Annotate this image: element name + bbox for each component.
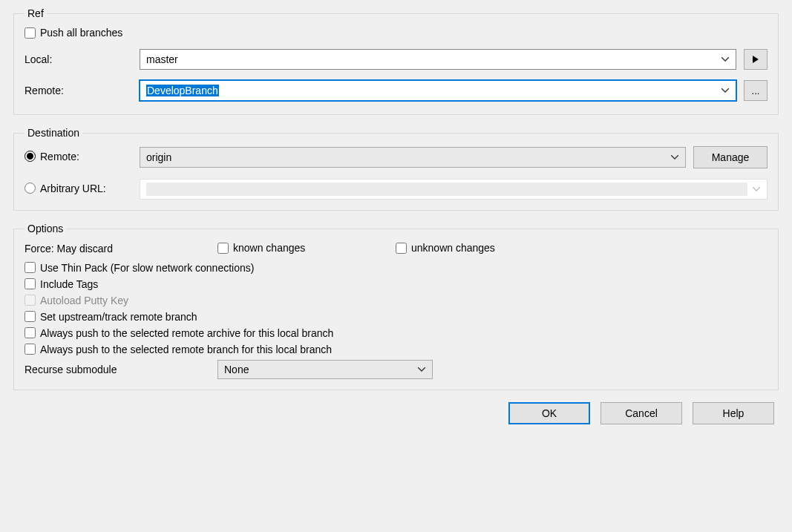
force-label: Force: May discard bbox=[24, 243, 217, 254]
remote-branch-combo[interactable]: DevelopBranch bbox=[140, 80, 736, 101]
destination-group: Destination Remote: origin Manage Ar bbox=[13, 127, 779, 211]
local-label: Local: bbox=[24, 53, 140, 65]
play-icon bbox=[753, 56, 759, 63]
recurse-submodule-label: Recurse submodule bbox=[24, 364, 217, 375]
ok-button-label: OK bbox=[542, 407, 557, 419]
known-changes-checkbox[interactable]: known changes bbox=[217, 242, 305, 254]
unknown-changes-input[interactable] bbox=[396, 243, 407, 254]
thin-pack-checkbox[interactable]: Use Thin Pack (For slow network connecti… bbox=[24, 262, 254, 274]
destination-arbitrary-radio[interactable]: Arbitrary URL: bbox=[24, 183, 106, 194]
cancel-button[interactable]: Cancel bbox=[600, 402, 682, 424]
chevron-down-icon bbox=[719, 88, 731, 93]
include-tags-label: Include Tags bbox=[40, 278, 98, 290]
remote-browse-label: ... bbox=[752, 85, 760, 96]
local-branch-value: master bbox=[146, 53, 719, 65]
remote-browse-button[interactable]: ... bbox=[744, 80, 768, 101]
ok-button[interactable]: OK bbox=[508, 402, 590, 424]
local-play-button[interactable] bbox=[744, 49, 768, 70]
set-upstream-input[interactable] bbox=[24, 311, 36, 322]
push-all-branches-label: Push all branches bbox=[40, 27, 122, 39]
include-tags-checkbox[interactable]: Include Tags bbox=[24, 278, 98, 290]
manage-remotes-label: Manage bbox=[712, 151, 750, 163]
always-push-branch-checkbox[interactable]: Always push to the selected remote branc… bbox=[24, 344, 332, 355]
help-button[interactable]: Help bbox=[693, 402, 774, 424]
ref-legend: Ref bbox=[24, 7, 47, 19]
arbitrary-url-value bbox=[146, 183, 747, 196]
destination-remote-combo[interactable]: origin bbox=[140, 147, 686, 168]
recurse-submodule-value: None bbox=[224, 364, 416, 375]
known-changes-input[interactable] bbox=[217, 243, 229, 254]
autoload-putty-label: Autoload Putty Key bbox=[40, 295, 128, 306]
push-all-branches-checkbox[interactable]: Push all branches bbox=[24, 27, 122, 39]
local-branch-combo[interactable]: master bbox=[140, 49, 736, 70]
remote-label: Remote: bbox=[24, 85, 140, 96]
destination-remote-radio[interactable]: Remote: bbox=[24, 151, 79, 162]
unknown-changes-label: unknown changes bbox=[411, 242, 495, 254]
thin-pack-label: Use Thin Pack (For slow network connecti… bbox=[40, 262, 254, 274]
chevron-down-icon bbox=[669, 155, 681, 160]
unknown-changes-checkbox[interactable]: unknown changes bbox=[396, 242, 495, 254]
autoload-putty-input bbox=[24, 295, 36, 306]
thin-pack-input[interactable] bbox=[24, 262, 36, 273]
push-all-branches-input[interactable] bbox=[24, 27, 36, 39]
always-push-archive-label: Always push to the selected remote archi… bbox=[40, 327, 333, 339]
manage-remotes-button[interactable]: Manage bbox=[693, 146, 768, 168]
cancel-button-label: Cancel bbox=[625, 407, 658, 419]
destination-legend: Destination bbox=[24, 127, 82, 139]
always-push-branch-label: Always push to the selected remote branc… bbox=[40, 344, 332, 355]
chevron-down-icon bbox=[416, 367, 428, 372]
destination-remote-radio-input[interactable] bbox=[24, 151, 36, 162]
remote-branch-value: DevelopBranch bbox=[146, 85, 719, 96]
options-legend: Options bbox=[24, 223, 66, 234]
destination-remote-value: origin bbox=[146, 151, 669, 163]
help-button-label: Help bbox=[723, 407, 744, 419]
set-upstream-checkbox[interactable]: Set upstream/track remote branch bbox=[24, 311, 197, 323]
arbitrary-url-combo[interactable] bbox=[140, 179, 768, 200]
options-group: Options Force: May discard known changes… bbox=[13, 223, 779, 390]
always-push-archive-input[interactable] bbox=[24, 327, 36, 338]
set-upstream-label: Set upstream/track remote branch bbox=[40, 311, 197, 323]
include-tags-input[interactable] bbox=[24, 278, 36, 289]
chevron-down-icon bbox=[750, 187, 762, 191]
always-push-branch-input[interactable] bbox=[24, 344, 36, 355]
destination-remote-radio-label: Remote: bbox=[40, 151, 79, 162]
always-push-archive-checkbox[interactable]: Always push to the selected remote archi… bbox=[24, 327, 333, 339]
known-changes-label: known changes bbox=[233, 242, 305, 254]
ref-group: Ref Push all branches Local: master Remo… bbox=[13, 7, 779, 115]
chevron-down-icon bbox=[719, 57, 731, 62]
recurse-submodule-combo[interactable]: None bbox=[217, 360, 433, 379]
destination-arbitrary-radio-input[interactable] bbox=[24, 183, 36, 194]
destination-arbitrary-radio-label: Arbitrary URL: bbox=[40, 183, 106, 194]
autoload-putty-checkbox: Autoload Putty Key bbox=[24, 295, 128, 306]
dialog-button-bar: OK Cancel Help bbox=[13, 402, 779, 424]
